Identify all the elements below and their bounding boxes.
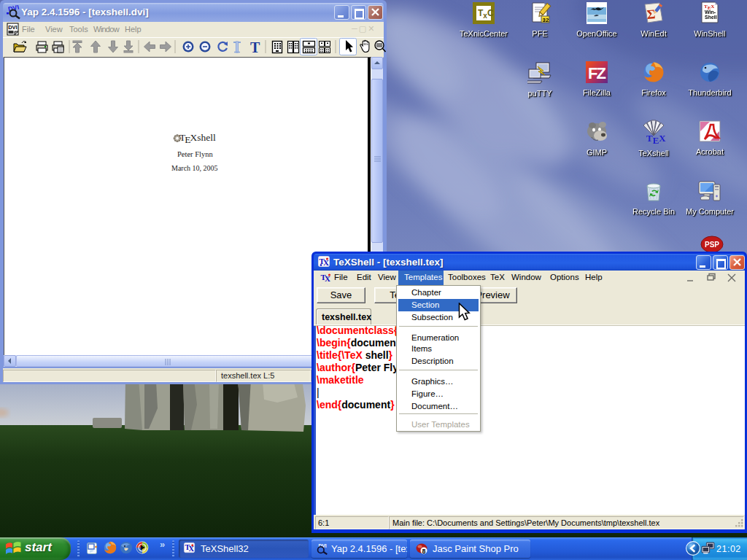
svg-text:TEX: TEX xyxy=(646,133,666,144)
svg-text:T: T xyxy=(250,39,260,55)
svg-text:Σ: Σ xyxy=(646,7,656,22)
svg-text:8: 8 xyxy=(422,548,426,555)
svg-text:PSP: PSP xyxy=(705,241,719,249)
svg-text:X: X xyxy=(189,545,195,553)
svg-text:32: 32 xyxy=(543,17,549,23)
svg-text:DVI: DVI xyxy=(8,24,18,31)
svg-text:Win-: Win- xyxy=(705,9,716,15)
svg-text:FZ: FZ xyxy=(588,64,605,82)
svg-text:Shell: Shell xyxy=(705,15,717,20)
svg-text:DVI: DVI xyxy=(7,5,20,13)
